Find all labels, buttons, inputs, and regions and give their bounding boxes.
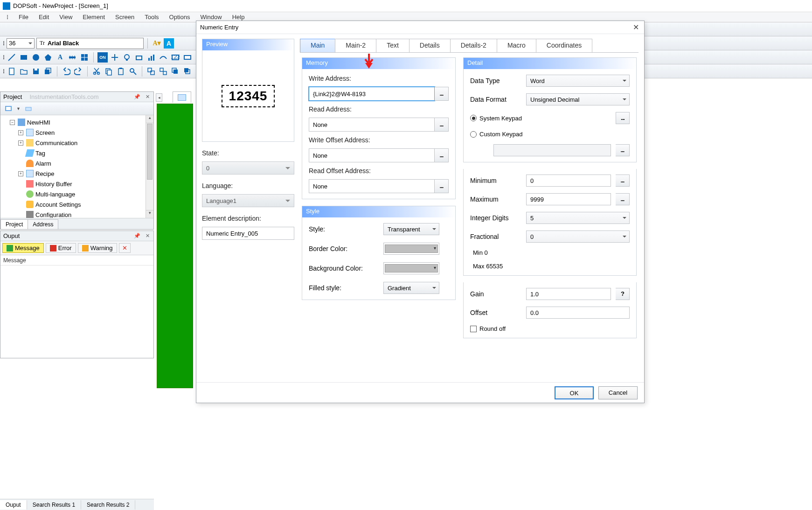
circle-tool-icon[interactable] [31,52,41,63]
undo-icon[interactable] [61,66,71,77]
read-offset-browse-button[interactable]: ... [435,179,449,193]
screen-tab[interactable] [173,91,191,103]
highlight-color-icon[interactable]: A [164,38,174,49]
ok-button[interactable]: OK [555,386,594,399]
tree-item[interactable]: Communication [35,140,77,147]
tree-item[interactable]: Recipe [35,170,54,177]
pipe-tool-icon[interactable] [158,52,168,63]
expander-icon[interactable]: + [18,171,23,176]
grip-icon[interactable]: ⁞ [3,68,5,75]
output-list[interactable]: Message [0,255,153,358]
system-keypad-radio[interactable] [470,115,477,121]
cut-icon[interactable] [91,66,102,77]
save-icon[interactable] [31,66,41,77]
tree-item[interactable]: Tag [35,150,45,157]
tree-item[interactable]: History Buffer [35,181,72,188]
menu-tools[interactable]: Tools [140,13,163,21]
project-view-icon[interactable] [3,104,14,114]
tab-details2[interactable]: Details-2 [450,39,497,52]
integer-digits-select[interactable]: 5 [526,212,630,224]
data-type-select[interactable]: Word [526,75,630,87]
output-tab-error[interactable]: Error [46,243,76,253]
menu-view[interactable]: View [55,13,77,21]
copy-icon[interactable] [104,66,114,77]
tree-item[interactable]: Account Settings [35,201,81,208]
tab-text[interactable]: Text [376,39,409,52]
write-offset-browse-button[interactable]: ... [435,148,449,162]
tab-details[interactable]: Details [409,39,451,52]
output-tab-message[interactable]: Message [2,243,44,253]
paste-icon[interactable] [116,66,126,77]
polygon-tool-icon[interactable] [43,52,53,63]
menu-file[interactable]: File [14,13,33,21]
screen-tab-prev-icon[interactable]: ◂ [156,93,162,102]
tree-item[interactable]: Screen [35,129,55,136]
design-canvas[interactable] [157,104,193,388]
language-select[interactable]: Language1 [202,194,294,207]
tab-project[interactable]: Project [0,219,28,229]
rect-tool-icon[interactable] [19,52,29,63]
input-tool-icon[interactable] [182,52,193,63]
line-tool-icon[interactable] [7,52,17,63]
close-icon[interactable]: ✕ [144,233,151,239]
meter-tool-icon[interactable] [134,52,144,63]
tree-root[interactable]: NewHMI [27,119,50,126]
bottom-tab-search1[interactable]: Search Results 1 [27,500,81,510]
dialog-close-icon[interactable]: ✕ [631,23,640,32]
group-icon[interactable] [146,66,156,77]
custom-keypad-browse-button[interactable]: ... [616,144,630,156]
maximum-browse-button[interactable]: ... [616,193,630,205]
minimum-browse-button[interactable]: ... [616,175,630,187]
ungroup-icon[interactable] [158,66,168,77]
dropdown-arrow-icon[interactable]: ▼ [16,106,21,111]
grip-icon[interactable]: ⁞ [3,40,5,47]
expander-icon[interactable]: + [18,140,23,146]
menu-screen[interactable]: Screen [111,13,139,21]
numeric-tool-icon[interactable]: 123 [170,52,180,63]
lamp-tool-icon[interactable] [122,52,132,63]
round-off-checkbox[interactable] [470,326,477,332]
gain-input[interactable]: 1.0 [526,288,611,300]
gain-help-button[interactable]: ? [616,288,630,300]
open-icon[interactable] [19,66,29,77]
redo-icon[interactable] [73,66,83,77]
tab-main[interactable]: Main [300,39,335,52]
write-address-browse-button[interactable]: ... [435,87,449,101]
tree-item[interactable]: Multi-language [35,191,75,198]
save-all-icon[interactable] [43,66,53,77]
grip-icon[interactable]: ⁞ [3,54,5,61]
project-list-icon[interactable] [23,104,34,114]
expander-icon[interactable]: + [18,130,23,135]
read-offset-input[interactable]: None [309,179,435,193]
bar-tool-icon[interactable] [146,52,156,63]
menu-leader-icon[interactable]: ⁞ [2,13,13,21]
style-select[interactable]: Transparent [383,223,439,235]
tab-address[interactable]: Address [28,219,58,229]
output-tab-close[interactable]: ✕ [119,243,131,253]
menu-options[interactable]: Options [165,13,195,21]
pin-icon[interactable]: 📌 [134,233,140,239]
maximum-input[interactable]: 9999 [526,193,611,205]
font-size-select[interactable]: 36 [7,38,35,49]
write-address-input[interactable]: {Link2}2@W4-8193 [309,87,435,101]
element-desc-input[interactable]: Numeric Entry_005 [202,227,294,240]
scale-tool-icon[interactable] [67,52,77,63]
data-format-select[interactable]: Unsigned Decimal [526,93,630,105]
offset-input[interactable]: 0.0 [526,307,630,319]
minimum-input[interactable]: 0 [526,175,611,187]
tree-item[interactable]: Alarm [35,160,51,167]
find-icon[interactable] [128,66,138,77]
write-offset-input[interactable]: None [309,148,435,162]
text-tool-icon[interactable]: A [55,52,65,63]
read-address-browse-button[interactable]: ... [435,118,449,132]
fractional-select[interactable]: 0 [526,231,630,243]
tree-scrollbar[interactable] [146,115,153,218]
state-select[interactable]: 0 [202,161,294,175]
text-color-a-icon[interactable]: A▾ [152,38,162,49]
border-color-select[interactable] [383,243,439,255]
arrows-tool-icon[interactable] [110,52,120,63]
tree-item[interactable]: Configuration [35,211,71,218]
send-back-icon[interactable] [182,66,193,77]
menu-element[interactable]: Element [78,13,110,21]
tab-macro[interactable]: Macro [497,39,536,52]
